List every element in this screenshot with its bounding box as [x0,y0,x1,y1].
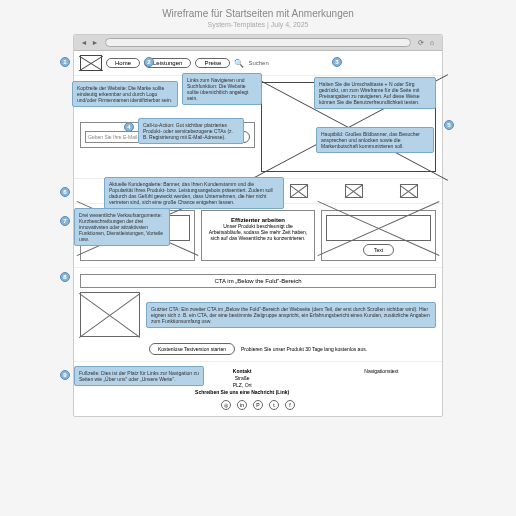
page-title: Wireframe für Startseiten mit Anmerkunge… [8,8,508,19]
social-row: ◎ in P t f [80,400,436,410]
cta-bar: CTA im „Below the Fold"-Bereich [80,274,436,288]
forward-icon[interactable]: ► [91,39,99,47]
annotation-6: 6 [60,187,70,197]
below-fold-cta: 8 CTA im „Below the Fold"-Bereich Gutzte… [74,267,442,361]
browser-chrome: ◄ ► ⟳ ⌂ [74,35,442,51]
client-placeholder-4 [400,184,418,198]
client-placeholder-2 [290,184,308,198]
note-9: Fußzeile: Dies ist der Platz für Links z… [74,366,204,386]
nav-pricing[interactable]: Preise [195,58,230,68]
footer-nav: Navigationstext [364,368,398,395]
annotation-1: 1 [60,57,70,67]
annotation-5: 5 [444,120,454,130]
note-4: Call-to-Action: Gut sichtbar platziertes… [138,118,244,144]
footer-navtext[interactable]: Navigationstext [364,368,398,374]
facebook-icon[interactable]: f [285,400,295,410]
cta2-image [80,292,140,337]
search-label[interactable]: Suchen [248,60,268,66]
annotation-8: 8 [60,272,70,282]
zip: PLZ, Ort [195,382,289,388]
refresh-icon[interactable]: ⟳ [417,39,425,47]
footer-contact: Kontakt Straße PLZ, Ort Schreiben Sie un… [195,368,289,395]
street: Straße [195,375,289,381]
usp-section: 7 Drei wesentliche Verkaufsargumente: Ku… [74,203,442,267]
test-button[interactable]: Text [363,244,394,256]
annotation-3: 3 [332,57,342,67]
usp-image-3 [326,215,431,241]
footer: 9 Fußzeile: Dies ist der Platz für Links… [74,361,442,416]
annotation-9: 9 [60,370,70,380]
usp-card-2: Effizienter arbeitenUnser Produkt beschl… [201,210,316,261]
instagram-icon[interactable]: ◎ [221,400,231,410]
trial-note: Probieren Sie unser Produkt 30 Tage lang… [241,346,367,352]
wireframe-page: ◄ ► ⟳ ⌂ 1 2 Home Leistungen Preise 3 🔍 S… [73,34,443,417]
annotation-2: 2 [144,57,154,67]
logo-placeholder[interactable] [80,55,102,71]
annotation-7: 7 [60,216,70,226]
back-icon[interactable]: ◄ [80,39,88,47]
trial-button[interactable]: Kostenlose Testversion starten [149,343,235,355]
client-placeholder-3 [345,184,363,198]
note-7: Drei wesentliche Verkaufsargumente: Kurz… [74,208,170,246]
pinterest-icon[interactable]: P [253,400,263,410]
note-3: Halten Sie die Umschalttaste + N oder St… [314,77,436,109]
linkedin-icon[interactable]: in [237,400,247,410]
url-bar[interactable] [105,38,411,47]
note-2: Links zum Navigieren und Suchfunktion: D… [182,73,262,105]
note-5: Hauptbild: Großes Bildbanner, das Besuch… [316,127,434,153]
search-icon[interactable]: 🔍 [234,59,244,68]
nav-home[interactable]: Home [106,58,140,68]
contact-label: Kontakt [195,368,289,374]
note-1: Kopfzeile der Website: Die Marke sollte … [72,81,178,107]
home-icon[interactable]: ⌂ [428,39,436,47]
twitter-icon[interactable]: t [269,400,279,410]
usp-text: Unser Produkt beschleunigt die Arbeitsab… [209,223,307,241]
note-6: Aktuelle Kundengalerie: Banner, das Ihre… [104,177,284,209]
note-8: Gutzter CTA: Ein zweiter CTA im „Below t… [146,302,436,328]
page-subtitle: System-Templates | July 4, 2025 [8,21,508,28]
usp-card-3: Text [321,210,436,261]
msg-link[interactable]: Schreiben Sie uns eine Nachricht (Link) [195,389,289,395]
